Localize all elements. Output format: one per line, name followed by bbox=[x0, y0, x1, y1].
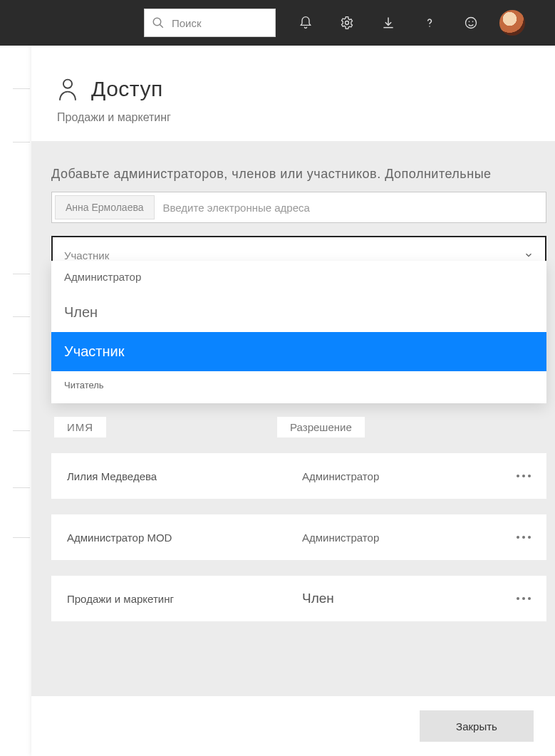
close-button[interactable]: Закрыть bbox=[420, 710, 534, 742]
row-name: Лилия Медведева bbox=[67, 470, 302, 482]
more-icon bbox=[517, 475, 531, 477]
instruction-text: Добавьте администраторов, членов или уча… bbox=[51, 167, 546, 182]
row-actions-button[interactable] bbox=[502, 597, 531, 600]
row-actions-button[interactable] bbox=[502, 536, 531, 539]
svg-point-2 bbox=[346, 21, 349, 25]
panel-body: Добавьте администраторов, членов или уча… bbox=[31, 141, 555, 696]
svg-line-1 bbox=[160, 24, 163, 28]
row-permission: Администратор bbox=[302, 470, 502, 482]
top-bar: Поиск bbox=[0, 0, 555, 46]
email-placeholder: Введите электронные адреса bbox=[163, 202, 310, 214]
role-option-member[interactable]: Член bbox=[51, 293, 546, 332]
panel-subtitle: Продажи и маркетинг bbox=[57, 111, 529, 124]
person-chip-label: Анна Ермолаева bbox=[66, 202, 144, 213]
user-avatar[interactable] bbox=[499, 10, 525, 36]
person-chip[interactable]: Анна Ермолаева bbox=[55, 195, 155, 219]
role-dropdown: Администратор Член Участник Читатель bbox=[51, 261, 546, 403]
table-row: Продажи и маркетинг Член bbox=[51, 576, 546, 621]
row-permission: Член bbox=[302, 591, 502, 606]
search-box[interactable]: Поиск bbox=[144, 9, 276, 37]
role-select-value: Участник bbox=[64, 249, 109, 262]
row-name: Продажи и маркетинг bbox=[67, 593, 302, 605]
column-header-permission: Разрешение bbox=[277, 417, 365, 437]
panel-footer: Закрыть bbox=[31, 696, 555, 756]
row-permission: Администратор bbox=[302, 532, 502, 544]
svg-point-5 bbox=[469, 21, 470, 23]
chevron-down-icon bbox=[524, 250, 534, 260]
background-page-sliver bbox=[0, 46, 31, 756]
row-name: Администратор MOD bbox=[67, 532, 302, 544]
column-header-name: ИМЯ bbox=[54, 417, 106, 437]
panel-title: Доступ bbox=[91, 77, 163, 101]
people-input-row[interactable]: Анна Ермолаева Введите электронные адрес… bbox=[51, 192, 546, 223]
search-icon bbox=[152, 16, 165, 29]
permission-table: ИМЯ Разрешение Лилия Медведева Администр… bbox=[51, 417, 546, 621]
role-option-reader[interactable]: Читатель bbox=[51, 371, 546, 403]
svg-point-4 bbox=[466, 18, 477, 29]
table-row: Лилия Медведева Администратор bbox=[51, 453, 546, 499]
svg-point-6 bbox=[472, 21, 474, 23]
help-icon[interactable] bbox=[421, 14, 438, 31]
more-icon bbox=[517, 536, 531, 539]
svg-point-7 bbox=[63, 80, 72, 88]
role-option-admin[interactable]: Администратор bbox=[51, 261, 546, 293]
topbar-icons bbox=[297, 14, 479, 31]
panel-header: Доступ Продажи и маркетинг bbox=[31, 46, 555, 141]
feedback-icon[interactable] bbox=[462, 14, 479, 31]
more-icon bbox=[517, 597, 531, 600]
svg-point-0 bbox=[153, 18, 161, 26]
notifications-icon[interactable] bbox=[297, 14, 314, 31]
role-option-participant[interactable]: Участник bbox=[51, 332, 546, 371]
person-icon bbox=[57, 77, 78, 101]
row-actions-button[interactable] bbox=[502, 475, 531, 477]
search-placeholder: Поиск bbox=[172, 17, 202, 29]
settings-icon[interactable] bbox=[338, 14, 356, 31]
table-row: Администратор MOD Администратор bbox=[51, 514, 546, 560]
download-icon[interactable] bbox=[380, 14, 397, 31]
svg-point-3 bbox=[429, 26, 430, 27]
access-panel: Доступ Продажи и маркетинг Добавьте адми… bbox=[31, 46, 555, 756]
